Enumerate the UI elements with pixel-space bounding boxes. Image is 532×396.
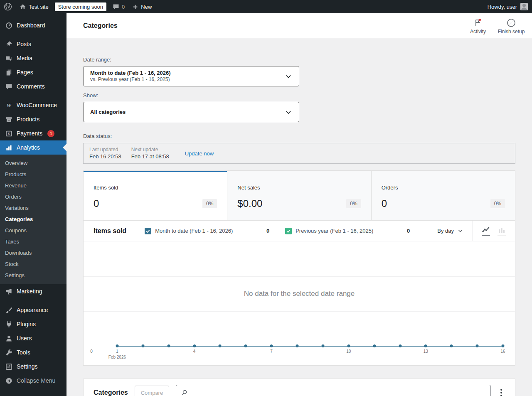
show-dropdown[interactable]: All categories — [83, 102, 299, 122]
sidebar-item-media[interactable]: Media — [0, 51, 66, 65]
sliders-icon — [5, 363, 12, 370]
tab-items-sold[interactable]: Items sold 0 0% — [84, 171, 227, 220]
sidebar-item-label: Plugins — [17, 321, 36, 327]
sidebar-item-comments[interactable]: Comments — [0, 79, 66, 93]
submenu-item-revenue[interactable]: Revenue — [0, 180, 66, 191]
kebab-menu-icon[interactable] — [498, 387, 505, 396]
sidebar-item-posts[interactable]: Posts — [0, 37, 66, 51]
wrench-icon — [5, 349, 12, 356]
sidebar-item-label: Pages — [17, 69, 33, 76]
comment-count: 0 — [122, 4, 125, 10]
sidebar-item-plugins[interactable]: Plugins — [0, 317, 66, 331]
sidebar-item-marketing[interactable]: Marketing — [0, 284, 66, 298]
store-coming-soon-badge[interactable]: Store coming soon — [55, 2, 106, 11]
sidebar-item-dashboard[interactable]: Dashboard — [0, 18, 66, 32]
submenu-item-taxes[interactable]: Taxes — [0, 236, 66, 247]
megaphone-icon — [5, 288, 12, 295]
new-label: New — [141, 4, 152, 10]
table-search-input[interactable] — [191, 389, 485, 396]
admin-bar: Test site Store coming soon 0 New Howdy,… — [0, 0, 532, 13]
notification-badge: 1 — [47, 130, 54, 137]
submenu-item-orders[interactable]: Orders — [0, 191, 66, 202]
sidebar-item-pages[interactable]: Pages — [0, 65, 66, 79]
sidebar-item-analytics[interactable]: Analytics — [0, 140, 66, 155]
submenu-item-downloads[interactable]: Downloads — [0, 247, 66, 258]
legend-checkbox-checked-icon[interactable] — [145, 228, 151, 234]
analytics-submenu: OverviewProductsRevenueOrdersVariationsC… — [0, 155, 66, 284]
sidebar-item-appearance[interactable]: Appearance — [0, 303, 66, 317]
line-chart-toggle[interactable] — [482, 226, 490, 236]
comments-shortcut[interactable]: 0 — [109, 0, 128, 13]
next-update-value: Feb 17 at 08:58 — [131, 153, 169, 160]
setup-progress-circle-icon — [506, 18, 516, 28]
legend-item-0[interactable]: Month to date (Feb 1 - 16, 2026)0 — [145, 228, 269, 234]
submenu-item-stock[interactable]: Stock — [0, 258, 66, 270]
sidebar-item-label: WooCommerce — [17, 102, 57, 108]
interval-select[interactable]: By day — [437, 228, 463, 234]
sidebar-item-label: Media — [17, 55, 32, 61]
submenu-item-settings[interactable]: Settings — [0, 270, 66, 281]
date-range-dropdown[interactable]: Month to date (Feb 1 - 16, 2026) vs. Pre… — [83, 66, 299, 86]
report-card: Items sold 0 0% Net sales $0.00 0% Order… — [83, 170, 515, 366]
legend-item-1[interactable]: Previous year (Feb 1 - 16, 2025)0 — [285, 228, 410, 234]
bar-chart-icon — [5, 144, 12, 151]
chart-header: Items sold Month to date (Feb 1 - 16, 20… — [84, 221, 515, 241]
table-title: Categories — [94, 389, 128, 396]
collapse-icon — [5, 377, 12, 384]
finish-setup-button[interactable]: Finish setup — [495, 17, 528, 34]
legend-label: Previous year (Feb 1 - 16, 2025) — [296, 228, 373, 234]
submenu-item-categories[interactable]: Categories — [0, 214, 66, 225]
show-value: All categories — [90, 109, 126, 116]
chart-legend: Month to date (Feb 1 - 16, 2026)0Previou… — [145, 228, 410, 234]
sidebar-item-users[interactable]: Users — [0, 331, 66, 345]
legend-checkbox-checked-icon[interactable] — [285, 228, 292, 234]
new-content-menu[interactable]: New — [128, 0, 155, 13]
legend-label: Month to date (Feb 1 - 16, 2026) — [155, 228, 233, 234]
search-icon — [181, 389, 188, 396]
comment-bubble-icon — [113, 3, 119, 10]
gridline — [84, 276, 515, 277]
sidebar-item-collapse-menu[interactable]: Collapse Menu — [0, 374, 66, 388]
sidebar-item-settings[interactable]: Settings — [0, 359, 66, 374]
sidebar-item-label: Marketing — [17, 288, 42, 295]
sidebar-item-label: Collapse Menu — [17, 377, 55, 384]
items-sold-delta: 0% — [202, 199, 217, 208]
chart-plot-area: No data for the selected date range — [84, 241, 515, 346]
bar-chart-toggle[interactable] — [498, 226, 506, 236]
sidebar-item-payments[interactable]: $Payments1 — [0, 126, 66, 140]
submenu-item-variations[interactable]: Variations — [0, 202, 66, 214]
sidebar-item-tools[interactable]: Tools — [0, 345, 66, 359]
howdy-user[interactable]: Howdy, user — [488, 4, 517, 10]
compare-button[interactable]: Compare — [135, 386, 169, 396]
flag-icon — [473, 18, 483, 28]
activity-button[interactable]: Activity — [461, 17, 495, 34]
payments-icon: $ — [5, 130, 12, 137]
wordpress-logo-icon — [4, 2, 12, 11]
net-sales-delta: 0% — [346, 199, 361, 208]
sidebar-item-woocommerce[interactable]: WWooCommerce — [0, 98, 66, 112]
submenu-item-coupons[interactable]: Coupons — [0, 225, 66, 236]
user-avatar[interactable] — [520, 3, 528, 10]
tab-net-sales[interactable]: Net sales $0.00 0% — [227, 171, 371, 220]
sidebar-item-label: Products — [17, 116, 39, 123]
tab-orders[interactable]: Orders 0 0% — [371, 171, 515, 220]
legend-value: 0 — [407, 228, 410, 234]
sidebar-item-products[interactable]: Products — [0, 112, 66, 126]
wordpress-logo-menu[interactable] — [0, 0, 16, 13]
sidebar-item-label: Analytics — [17, 144, 40, 151]
submenu-item-overview[interactable]: Overview — [0, 157, 66, 169]
plus-icon — [132, 4, 138, 10]
submenu-item-products[interactable]: Products — [0, 169, 66, 180]
chevron-down-icon — [285, 73, 292, 80]
update-now-link[interactable]: Update now — [185, 150, 214, 157]
woocommerce-icon: W — [5, 101, 12, 109]
gauge-icon — [5, 22, 12, 29]
sidebar-item-label: Users — [17, 335, 32, 342]
gridline — [84, 311, 515, 312]
x-axis-tick-label: 13 — [424, 349, 428, 354]
x-axis-tick-label: 0 — [90, 349, 93, 354]
pin-icon — [5, 40, 12, 48]
site-name-link[interactable]: Test site — [16, 0, 52, 13]
plug-icon — [5, 320, 12, 328]
table-search-box[interactable] — [176, 385, 491, 396]
